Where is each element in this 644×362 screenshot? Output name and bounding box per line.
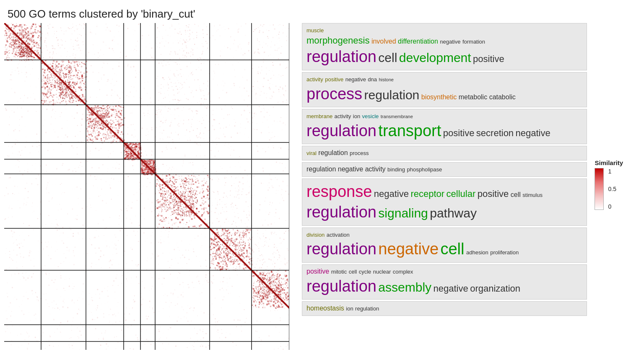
word-development: development: [399, 51, 471, 65]
word-biosynthetic: biosynthetic: [421, 93, 457, 101]
word-negative5: negative: [338, 165, 364, 173]
word-negative7: negative: [378, 240, 439, 258]
word-secretion: secretion: [476, 128, 514, 138]
word-regulation9: regulation: [355, 305, 379, 312]
word-differentiation: differentiation: [398, 38, 438, 45]
word-activity2: activity: [306, 76, 323, 83]
word-regulation7: regulation: [306, 240, 377, 258]
word-receptor: receptor: [410, 189, 444, 199]
word-cell1: cell: [378, 51, 397, 65]
word-cycle: cycle: [359, 269, 371, 275]
word-phospholipase: phospholipase: [407, 166, 442, 173]
word-process2: process: [306, 85, 362, 103]
word-involved: involved: [371, 38, 396, 45]
legend-labels: 1 0.5 0: [608, 168, 616, 210]
cluster-box-9: homeostasis ion regulation: [302, 301, 587, 316]
cluster-box-6: response negative receptor cellular posi…: [302, 178, 587, 226]
word-signaling: signaling: [378, 206, 428, 220]
word-mitotic: mitotic: [331, 269, 347, 275]
legend-title: Similarity: [595, 159, 623, 166]
word-proliferation: proliferation: [490, 249, 519, 256]
word-cell6: cell: [511, 191, 521, 198]
word-organization: organization: [470, 283, 520, 294]
word-activation: activation: [327, 232, 350, 238]
word-process4: process: [350, 150, 369, 156]
cluster-box-4: viral regulation process: [302, 146, 587, 160]
word-stimulus: stimulus: [522, 192, 543, 198]
word-adhesion: adhesion: [466, 249, 488, 256]
word-transmembrane: transmembrane: [381, 114, 413, 119]
word-positive8: positive: [306, 268, 329, 275]
legend-label-min: 0: [608, 203, 616, 210]
word-regulation4: regulation: [318, 149, 348, 156]
page-title: 500 GO terms clustered by 'binary_cut': [8, 8, 195, 21]
word-viral: viral: [306, 150, 317, 156]
word-histone: histone: [379, 77, 393, 82]
word-negative2: negative: [345, 76, 366, 83]
word-response: response: [306, 183, 372, 200]
word-regulation5: regulation: [306, 165, 336, 173]
word-positive3: positive: [443, 128, 475, 138]
word-regulation3: regulation: [306, 122, 377, 140]
word-regulation8: regulation: [306, 277, 377, 295]
word-formation: formation: [462, 39, 485, 45]
heatmap-canvas: [4, 23, 289, 350]
word-morphogenesis: morphogenesis: [306, 35, 369, 46]
word-catabolic: catabolic: [489, 93, 516, 101]
cluster-box-2: activity positive negative dna histone p…: [302, 72, 587, 107]
cluster-box-8: positive mitotic cell cycle nuclear comp…: [302, 264, 587, 300]
word-cellular: cellular: [447, 189, 476, 199]
word-negative3: negative: [516, 128, 551, 138]
word-metabolic: metabolic: [459, 93, 487, 101]
word-regulation1: regulation: [306, 48, 377, 65]
legend: Similarity 1 0.5 0: [595, 159, 623, 210]
word-negative8: negative: [434, 283, 468, 294]
cluster-box-7: division activation regulation negative …: [302, 228, 587, 263]
word-regulation6: regulation: [306, 203, 377, 221]
word-positive6: positive: [478, 189, 509, 199]
word-cell7: cell: [440, 240, 464, 258]
cluster-box-3: membrane activity ion vesicle transmembr…: [302, 109, 587, 144]
word-complex: complex: [393, 269, 413, 275]
word-pathway: pathway: [430, 206, 477, 220]
word-division: division: [306, 232, 325, 238]
word-activity5: activity: [365, 165, 386, 173]
word-assembly: assembly: [378, 280, 431, 294]
word-muscle: muscle: [306, 27, 324, 34]
legend-label-max: 1: [608, 168, 616, 175]
word-negative1: negative: [440, 39, 460, 45]
word-positive1: positive: [473, 54, 504, 64]
heatmap-container: [4, 23, 289, 350]
word-nuclear: nuclear: [373, 269, 391, 275]
word-activity3: activity: [335, 113, 351, 119]
legend-label-mid: 0.5: [608, 186, 616, 192]
word-dna: dna: [368, 76, 377, 83]
word-binding: binding: [387, 166, 405, 173]
word-negative6: negative: [374, 189, 409, 199]
cluster-panel: muscle morphogenesis involved differenti…: [302, 23, 587, 316]
legend-gradient: [595, 168, 604, 210]
word-homeostasis: homeostasis: [306, 305, 344, 312]
cluster-box-1: muscle morphogenesis involved differenti…: [302, 23, 587, 70]
word-cell8: cell: [349, 269, 357, 275]
word-ion3: ion: [353, 113, 360, 119]
word-membrane: membrane: [306, 113, 332, 119]
word-vesicle: vesicle: [362, 113, 379, 119]
word-regulation2: regulation: [364, 88, 420, 102]
word-positive2: positive: [325, 76, 343, 83]
cluster-box-5: regulation negative activity binding pho…: [302, 162, 587, 177]
word-ion9: ion: [346, 305, 353, 312]
word-transport: transport: [378, 122, 441, 140]
